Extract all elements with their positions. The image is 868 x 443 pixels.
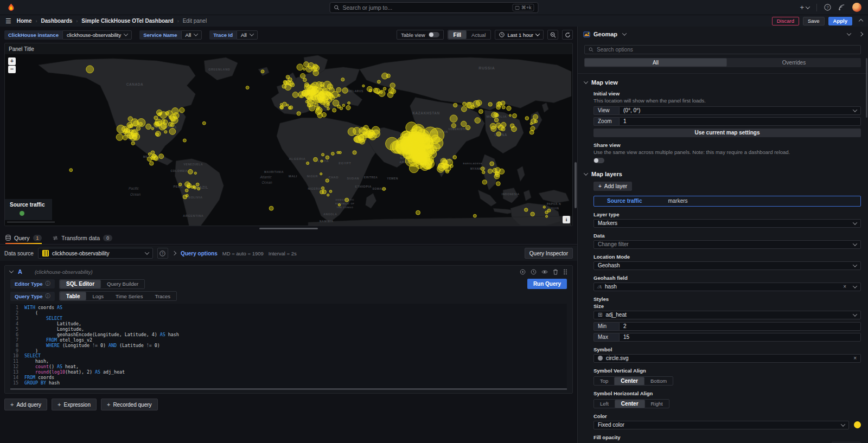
map-marker[interactable] — [511, 126, 516, 132]
map-marker[interactable] — [310, 90, 315, 95]
tab-overrides[interactable]: Overrides — [727, 58, 861, 67]
map-marker[interactable] — [345, 198, 349, 202]
map-marker[interactable] — [304, 82, 309, 87]
map-marker[interactable] — [320, 173, 322, 175]
map-marker[interactable] — [188, 169, 193, 174]
map-marker[interactable] — [289, 106, 293, 110]
map-marker[interactable] — [317, 113, 323, 118]
map-marker[interactable] — [197, 188, 200, 190]
map-zoom-in-button[interactable]: + — [8, 57, 16, 65]
use-current-map-settings-button[interactable]: Use current map settings — [593, 129, 861, 137]
map-marker[interactable] — [154, 116, 158, 120]
map-marker[interactable] — [502, 106, 505, 109]
map-marker[interactable] — [327, 194, 329, 196]
map-marker[interactable] — [286, 104, 289, 106]
map-marker[interactable] — [348, 102, 350, 105]
map-marker[interactable] — [409, 164, 418, 173]
map-marker[interactable] — [479, 110, 483, 114]
zoom-input[interactable]: 1 — [619, 117, 861, 126]
map-marker[interactable] — [147, 157, 152, 162]
map-marker[interactable] — [391, 88, 396, 94]
resize-handle[interactable] — [259, 228, 318, 229]
map-marker[interactable] — [382, 187, 386, 190]
map-marker[interactable] — [300, 73, 305, 78]
map-marker[interactable] — [383, 87, 386, 91]
sql-editor[interactable]: 1WITH coords AS2 (3 SELECT4 Latitude,5 L… — [10, 304, 567, 390]
breadcrumb-dashboard-name[interactable]: Simple ClickHouse OTel Dashboard — [81, 18, 173, 24]
map-marker[interactable] — [451, 123, 456, 127]
help-icon[interactable]: ? — [824, 4, 831, 11]
map-marker[interactable] — [416, 210, 420, 215]
map-marker[interactable] — [443, 163, 449, 169]
map-marker[interactable] — [342, 88, 348, 93]
map-marker[interactable] — [363, 125, 368, 130]
map-marker[interactable] — [426, 165, 431, 169]
breadcrumb-home[interactable]: Home — [17, 18, 32, 24]
variable-value-dropdown[interactable]: All — [181, 30, 202, 40]
map-marker[interactable] — [327, 103, 329, 105]
color-select[interactable]: Fixed color — [593, 421, 849, 429]
map-marker[interactable] — [482, 180, 487, 184]
map-marker[interactable] — [473, 100, 480, 107]
map-marker[interactable] — [453, 156, 457, 159]
map-marker[interactable] — [164, 131, 167, 133]
halign-center[interactable]: Center — [615, 400, 645, 408]
map-marker[interactable] — [86, 66, 94, 73]
map-marker[interactable] — [531, 212, 535, 216]
map-marker[interactable] — [187, 183, 192, 188]
map-marker[interactable] — [117, 125, 125, 133]
halign-right[interactable]: Right — [645, 400, 669, 408]
map-marker[interactable] — [423, 127, 438, 142]
map-marker[interactable] — [308, 62, 314, 69]
map-marker[interactable] — [421, 153, 427, 159]
map-marker[interactable] — [342, 104, 345, 107]
map-marker[interactable] — [327, 98, 331, 102]
map-marker[interactable] — [307, 104, 310, 107]
map-marker[interactable] — [390, 83, 395, 88]
symbol-select[interactable]: circle.svg × — [593, 354, 861, 363]
map-marker[interactable] — [327, 92, 331, 96]
drag-handle-icon[interactable] — [563, 269, 567, 275]
map-marker[interactable] — [465, 125, 470, 130]
map-marker[interactable] — [154, 122, 159, 127]
map-marker[interactable] — [369, 89, 372, 92]
add-query-button[interactable]: +Add query — [4, 399, 47, 410]
map-marker[interactable] — [488, 102, 492, 106]
map-marker[interactable] — [152, 154, 156, 158]
chevron-down-icon[interactable] — [622, 31, 627, 35]
map-marker[interactable] — [183, 139, 186, 142]
tab-transform-data[interactable]: Transform data 0 — [53, 232, 112, 244]
map-marker[interactable] — [280, 106, 283, 109]
map-marker[interactable] — [327, 107, 330, 110]
map-marker[interactable] — [333, 108, 336, 112]
map-marker[interactable] — [318, 106, 320, 108]
map-marker[interactable] — [346, 105, 350, 110]
map-marker[interactable] — [178, 183, 182, 186]
map-marker[interactable] — [246, 86, 249, 89]
map-marker[interactable] — [450, 164, 453, 168]
history-icon[interactable] — [531, 269, 537, 275]
tab-query[interactable]: Query 1 — [5, 232, 42, 244]
actual-option[interactable]: Actual — [467, 30, 490, 39]
variable-value-dropdown[interactable]: clickhouse-observability — [62, 30, 132, 40]
tab-all[interactable]: All — [584, 58, 727, 67]
size-field-select[interactable]: ⊞ adj_heat — [593, 311, 861, 319]
viz-picker-chevron-icon[interactable] — [847, 31, 851, 35]
add-menu-button[interactable]: + — [800, 3, 809, 11]
map-marker[interactable] — [377, 80, 380, 84]
map-marker[interactable] — [481, 167, 484, 171]
map-marker[interactable] — [161, 123, 167, 129]
left-scrollbar[interactable] — [575, 162, 577, 208]
map-marker[interactable] — [496, 102, 502, 107]
fill-option[interactable]: Fill — [448, 30, 467, 39]
query-type-traces[interactable]: Traces — [149, 292, 176, 300]
map-marker[interactable] — [202, 121, 206, 125]
view-select[interactable]: (0°, 0°) — [619, 106, 861, 115]
map-marker[interactable] — [530, 123, 532, 125]
map-marker[interactable] — [160, 112, 167, 119]
expression-button[interactable]: +Expression — [52, 399, 97, 410]
map-marker[interactable] — [323, 81, 331, 89]
duplicate-icon[interactable] — [520, 269, 526, 275]
map-marker[interactable] — [466, 102, 471, 108]
map-marker[interactable] — [482, 171, 485, 174]
